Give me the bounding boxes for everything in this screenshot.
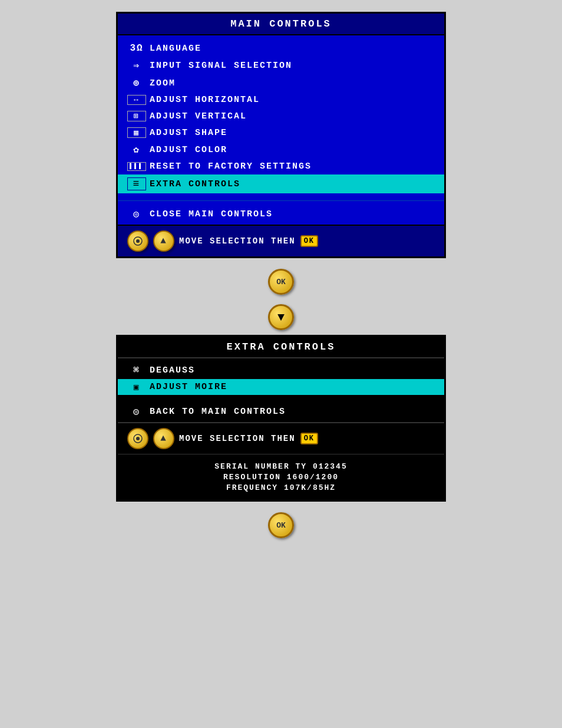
menu-item-adjust-shape[interactable]: ▦ ADJUST SHAPE (118, 124, 444, 141)
main-controls-title: MAIN CONTROLS (118, 14, 444, 35)
extra-controls-footer: ▲ MOVE SELECTION THEN OK (118, 422, 444, 454)
extra-controls-label: EXTRA CONTROLS (150, 179, 240, 189)
back-main-row[interactable]: ◎ BACK TO MAIN CONTROLS (118, 401, 444, 422)
zoom-label: ZOOM (150, 78, 176, 88)
svg-point-1 (136, 239, 140, 243)
moire-icon: ▣ (127, 382, 146, 392)
extra-controls-icon: ≡ (127, 177, 146, 190)
ec-footer-label: MOVE SELECTION THEN (179, 434, 296, 443)
color-icon: ✿ (127, 144, 146, 156)
menu-item-reset[interactable]: ▌▌▌ RESET TO FACTORY SETTINGS (118, 159, 444, 174)
shape-icon: ▦ (127, 127, 146, 138)
adjust-moire-label: ADJUST MOIRE (150, 382, 227, 392)
standalone-ok-icon[interactable]: OK (268, 269, 294, 295)
vertical-icon: ⊞ (127, 111, 146, 121)
arrow-down-text: ▼ (277, 311, 285, 324)
adjust-vertical-label: ADJUST VERTICAL (150, 111, 247, 121)
zoom-icon: ⊕ (127, 77, 146, 89)
close-main-label: CLOSE MAIN CONTROLS (150, 209, 273, 219)
menu-item-language[interactable]: 3Ω LANGUAGE (118, 40, 444, 57)
language-icon: 3Ω (127, 43, 146, 54)
back-icon: ◎ (127, 406, 146, 417)
input-signal-icon: ⇒ (127, 60, 146, 71)
back-main-label: BACK TO MAIN CONTROLS (150, 407, 286, 417)
bottom-ok-icon[interactable]: OK (268, 512, 294, 538)
joystick-icon-1 (127, 230, 148, 252)
svg-point-3 (136, 437, 140, 440)
degauss-label: DEGAUSS (150, 365, 195, 375)
extra-menu-list: ⌘ DEGAUSS ▣ ADJUST MOIRE ◎ BACK TO MAIN … (118, 358, 444, 422)
close-main-row[interactable]: ◎ CLOSE MAIN CONTROLS (118, 203, 444, 225)
menu-item-extra-controls[interactable]: ≡ EXTRA CONTROLS (118, 174, 444, 193)
menu-item-input-signal[interactable]: ⇒ INPUT SIGNAL SELECTION (118, 57, 444, 74)
adjust-shape-label: ADJUST SHAPE (150, 128, 227, 138)
extra-controls-title: EXTRA CONTROLS (118, 337, 444, 358)
ec-joystick-icon-1 (127, 428, 148, 449)
extra-controls-panel: EXTRA CONTROLS ⌘ DEGAUSS ▣ ADJUST MOIRE … (116, 335, 446, 502)
horizontal-icon: ↔ (127, 95, 146, 105)
standalone-arrow-icon[interactable]: ▼ (268, 304, 294, 330)
resolution: RESOLUTION 1600/1200 (118, 473, 444, 482)
menu-item-adjust-color[interactable]: ✿ ADJUST COLOR (118, 141, 444, 159)
ec-joystick-icon-2: ▲ (153, 428, 174, 449)
bottom-ok-row: OK (116, 508, 446, 543)
frequency: FREQUENCY 107K/85HZ (118, 483, 444, 492)
main-controls-panel: MAIN CONTROLS 3Ω LANGUAGE ⇒ INPUT SIGNAL… (116, 12, 446, 258)
main-menu-list: 3Ω LANGUAGE ⇒ INPUT SIGNAL SELECTION ⊕ Z… (118, 35, 444, 198)
ok-box-extra: OK (300, 433, 318, 444)
degauss-icon: ⌘ (127, 364, 146, 376)
reset-label: RESET TO FACTORY SETTINGS (150, 162, 312, 172)
serial-number: SERIAL NUMBER TY 012345 (118, 462, 444, 471)
adjust-horizontal-label: ADJUST HORIZONTAL (150, 95, 260, 105)
joystick-icon-2: ▲ (153, 230, 174, 252)
divider-1 (118, 200, 444, 201)
ok-text: OK (276, 278, 286, 286)
info-block: SERIAL NUMBER TY 012345 RESOLUTION 1600/… (118, 454, 444, 500)
standalone-arrow-row: ▼ (116, 299, 446, 335)
menu-item-zoom[interactable]: ⊕ ZOOM (118, 74, 444, 92)
ok-box-main: OK (300, 235, 318, 247)
menu-item-adjust-moire[interactable]: ▣ ADJUST MOIRE (118, 379, 444, 395)
footer-label: MOVE SELECTION THEN (179, 236, 296, 246)
reset-icon: ▌▌▌ (127, 162, 146, 171)
close-main-icon: ◎ (127, 208, 146, 220)
bottom-ok-text: OK (276, 521, 286, 530)
menu-item-adjust-vertical[interactable]: ⊞ ADJUST VERTICAL (118, 108, 444, 124)
input-signal-label: INPUT SIGNAL SELECTION (150, 61, 292, 71)
menu-item-adjust-horizontal[interactable]: ↔ ADJUST HORIZONTAL (118, 92, 444, 108)
standalone-icons-row: OK (116, 264, 446, 299)
adjust-color-label: ADJUST COLOR (150, 145, 227, 155)
menu-item-degauss[interactable]: ⌘ DEGAUSS (118, 358, 444, 379)
language-label: LANGUAGE (150, 44, 201, 54)
main-controls-footer: ▲ MOVE SELECTION THEN OK (118, 225, 444, 256)
